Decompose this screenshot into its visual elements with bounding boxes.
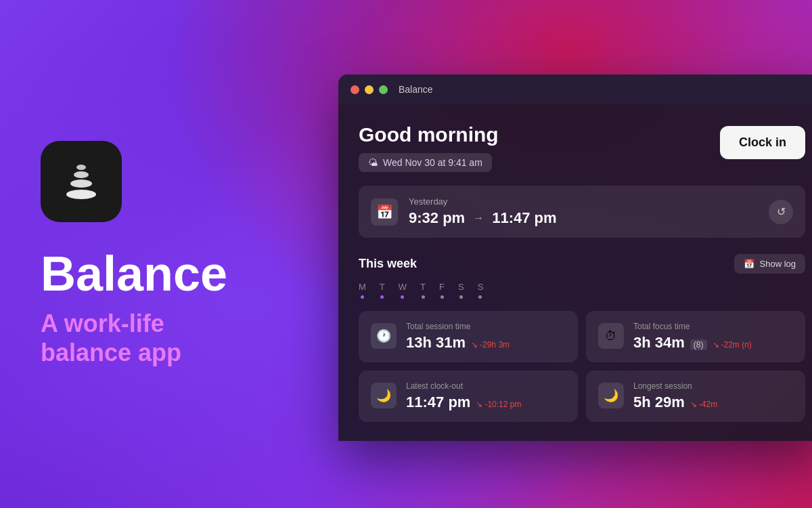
yesterday-time: 9:32 pm → 11:47 pm xyxy=(409,209,758,227)
yesterday-card: 📅 Yesterday 9:32 pm → 11:47 pm ↺ xyxy=(359,186,805,238)
window-controls xyxy=(351,85,388,94)
date-text: Wed Nov 30 at 9:41 am xyxy=(383,157,482,168)
stat-longest-session: 🌙 Longest session 5h 29m ↘ -42m xyxy=(586,371,805,422)
window-body: Good morning 🌤 Wed Nov 30 at 9:41 am Clo… xyxy=(338,104,812,441)
stat-focus-badge: (8) xyxy=(690,339,707,350)
stat-focus-info: Total focus time 3h 34m (8) ↘ -22m (n) xyxy=(633,322,793,352)
stat-total-session: 🕐 Total session time 13h 31m ↘ -29h 3m xyxy=(359,311,578,362)
stat-longest-value: 5h 29m xyxy=(633,394,685,411)
week-title: This week xyxy=(359,257,417,271)
stat-focus-value: 3h 34m xyxy=(633,334,685,352)
day-W: W xyxy=(399,282,407,299)
maximize-dot[interactable] xyxy=(379,85,388,94)
days-row: M T W T F S S xyxy=(359,282,805,299)
yesterday-start: 9:32 pm xyxy=(409,209,465,227)
session-icon: 🕐 xyxy=(371,323,397,349)
stat-clockout-label: Latest clock-out xyxy=(406,381,566,391)
svg-point-3 xyxy=(76,165,86,170)
stat-clockout-info: Latest clock-out 11:47 pm ↘ -10:12 pm xyxy=(406,381,566,411)
left-panel: Balance A work-life balance app xyxy=(0,0,338,508)
week-header: This week 📅 Show log xyxy=(359,254,805,274)
stat-latest-clockout: 🌙 Latest clock-out 11:47 pm ↘ -10:12 pm xyxy=(359,371,578,422)
stat-focus-delta: ↘ -22m (n) xyxy=(713,340,752,350)
arrow-icon: → xyxy=(473,212,484,224)
stat-session-delta: ↘ -29h 3m xyxy=(471,340,510,350)
clock-in-button[interactable]: Clock in xyxy=(720,126,805,159)
show-log-button[interactable]: 📅 Show log xyxy=(734,254,805,274)
focus-icon: ⏱ xyxy=(598,323,624,349)
window-title: Balance xyxy=(399,84,433,95)
header-row: Good morning 🌤 Wed Nov 30 at 9:41 am Clo… xyxy=(359,123,805,172)
app-window: Balance Good morning 🌤 Wed Nov 30 at 9:4… xyxy=(338,75,812,441)
minimize-dot[interactable] xyxy=(365,85,374,94)
greeting-text: Good morning xyxy=(359,123,499,146)
window-titlebar: Balance xyxy=(338,75,812,104)
app-icon xyxy=(41,141,122,222)
clockout-icon: 🌙 xyxy=(371,383,397,408)
day-S2: S xyxy=(478,282,484,299)
day-F: F xyxy=(439,282,445,299)
stat-longest-label: Longest session xyxy=(633,381,793,391)
stat-longest-delta: ↘ -42m xyxy=(690,400,717,409)
yesterday-info: Yesterday 9:32 pm → 11:47 pm xyxy=(409,196,758,227)
yesterday-label: Yesterday xyxy=(409,196,758,207)
calendar-icon: 📅 xyxy=(744,259,754,269)
stat-session-label: Total session time xyxy=(406,322,566,331)
show-log-label: Show log xyxy=(760,259,796,269)
day-S1: S xyxy=(458,282,464,299)
refresh-button[interactable]: ↺ xyxy=(769,200,793,224)
stat-longest-info: Longest session 5h 29m ↘ -42m xyxy=(633,381,793,411)
day-T1: T xyxy=(380,282,385,299)
date-badge: 🌤 Wed Nov 30 at 9:41 am xyxy=(359,153,492,172)
stats-grid: 🕐 Total session time 13h 31m ↘ -29h 3m ⏱… xyxy=(359,311,805,422)
svg-point-0 xyxy=(66,190,96,199)
greeting-section: Good morning 🌤 Wed Nov 30 at 9:41 am xyxy=(359,123,499,172)
stat-session-value: 13h 31m xyxy=(406,334,466,352)
day-T2: T xyxy=(420,282,426,299)
yesterday-icon: 📅 xyxy=(371,198,398,226)
app-tagline: A work-life balance app xyxy=(41,309,298,367)
stat-total-focus: ⏱ Total focus time 3h 34m (8) ↘ -22m (n) xyxy=(586,311,805,362)
svg-point-2 xyxy=(74,171,89,178)
close-dot[interactable] xyxy=(351,85,359,94)
yesterday-end: 11:47 pm xyxy=(492,209,556,227)
date-icon: 🌤 xyxy=(368,157,378,168)
stat-session-info: Total session time 13h 31m ↘ -29h 3m xyxy=(406,322,566,352)
stat-focus-label: Total focus time xyxy=(633,322,793,331)
stat-clockout-value: 11:47 pm xyxy=(406,394,470,411)
stat-clockout-delta: ↘ -10:12 pm xyxy=(476,400,521,409)
longest-icon: 🌙 xyxy=(598,383,624,408)
svg-point-1 xyxy=(70,179,92,188)
app-name-title: Balance xyxy=(41,249,298,298)
day-M: M xyxy=(359,282,366,299)
